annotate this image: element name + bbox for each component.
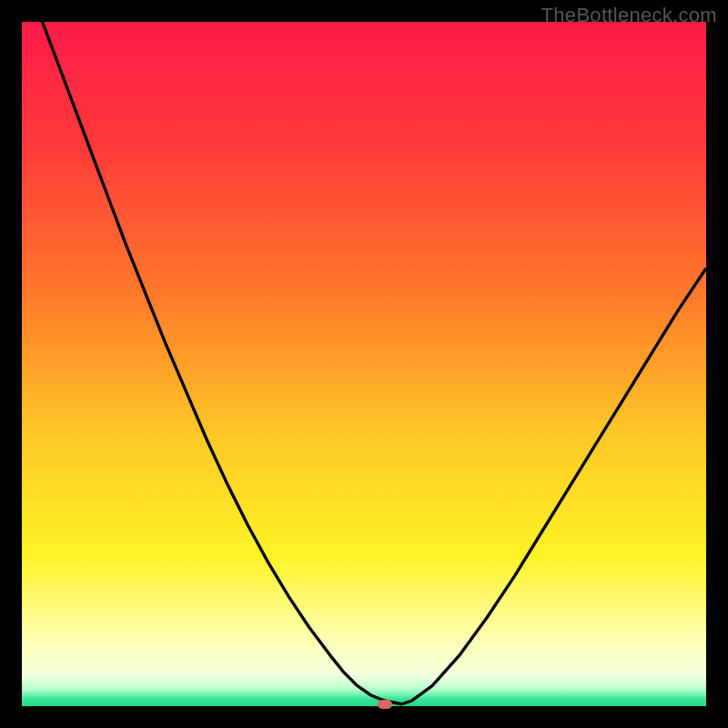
gradient-rect <box>22 22 706 706</box>
watermark-text: TheBottleneck.com <box>541 4 717 27</box>
bottleneck-plot <box>22 22 706 706</box>
optimal-point-marker <box>378 700 392 709</box>
chart-frame: TheBottleneck.com <box>0 0 728 728</box>
